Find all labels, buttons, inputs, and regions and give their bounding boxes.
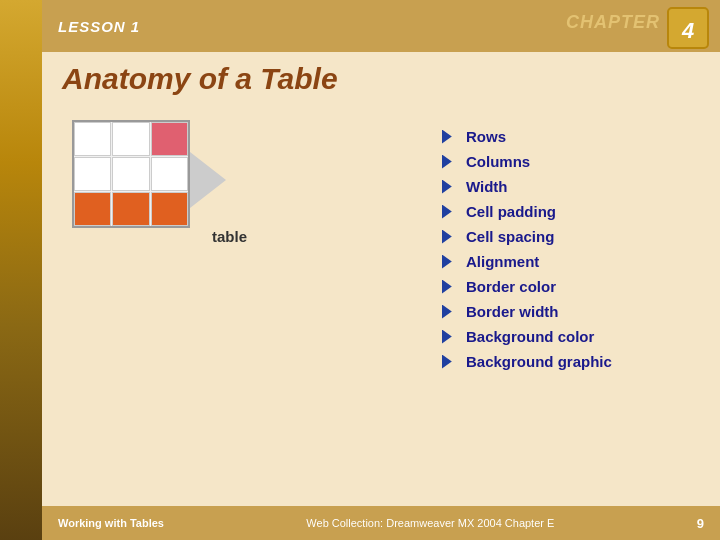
bullet-icon-cell-spacing [442,230,456,244]
cell-8-orange [112,192,149,226]
page-title: Anatomy of a Table [62,62,338,96]
list-item-background-graphic: Background graphic [442,353,612,370]
left-strip-gradient [0,0,42,540]
footer: Working with Tables Web Collection: Drea… [42,506,720,540]
list-item-columns: Columns [442,153,612,170]
chapter-icon: 4 [666,6,710,50]
list-item-alignment: Alignment [442,253,612,270]
property-width: Width [466,178,508,195]
table-label: table [212,228,247,245]
bullet-icon-rows [442,130,456,144]
property-background-graphic: Background graphic [466,353,612,370]
bullet-icon-cell-padding [442,205,456,219]
main-area: LESSON 1 CHAPTER 4 Anatomy of a Table ta… [42,0,720,540]
footer-left: Working with Tables [58,517,164,529]
property-columns: Columns [466,153,530,170]
property-background-color: Background color [466,328,594,345]
illustration-container: table [62,120,262,300]
bullet-icon-border-width [442,305,456,319]
cell-3-pink [151,122,188,156]
properties-list: Rows Columns Width Cell padding Cell spa… [442,128,612,378]
bullet-icon-background-graphic [442,355,456,369]
property-cell-padding: Cell padding [466,203,556,220]
lesson-label: LESSON 1 [58,18,140,35]
cell-6 [151,157,188,191]
list-item-background-color: Background color [442,328,612,345]
cell-9-orange [151,192,188,226]
cell-2 [112,122,149,156]
cell-1 [74,122,111,156]
property-border-color: Border color [466,278,556,295]
property-border-width: Border width [466,303,559,320]
cell-7-orange [74,192,111,226]
footer-center: Web Collection: Dreamweaver MX 2004 Chap… [306,517,554,529]
list-item-width: Width [442,178,612,195]
list-item-border-color: Border color [442,278,612,295]
left-strip [0,0,42,540]
chapter-label: CHAPTER [566,12,660,33]
svg-text:4: 4 [681,18,694,43]
list-item-cell-spacing: Cell spacing [442,228,612,245]
footer-right: 9 [697,516,704,531]
bullet-icon-columns [442,155,456,169]
list-item-rows: Rows [442,128,612,145]
property-rows: Rows [466,128,506,145]
list-item-border-width: Border width [442,303,612,320]
cell-4 [74,157,111,191]
right-arrow-icon [190,152,226,208]
table-grid [72,120,190,228]
bullet-icon-alignment [442,255,456,269]
property-cell-spacing: Cell spacing [466,228,554,245]
list-item-cell-padding: Cell padding [442,203,612,220]
bullet-icon-background-color [442,330,456,344]
bullet-icon-border-color [442,280,456,294]
cell-5 [112,157,149,191]
property-alignment: Alignment [466,253,539,270]
bullet-icon-width [442,180,456,194]
